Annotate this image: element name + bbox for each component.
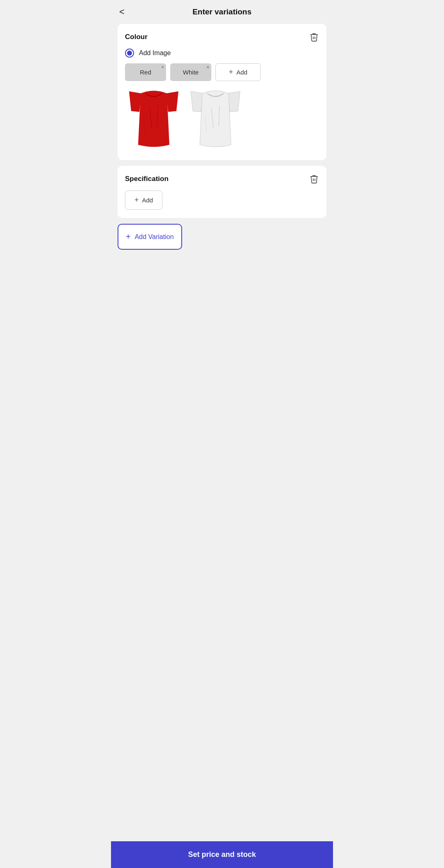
colour-chip-red[interactable]: Red × bbox=[125, 63, 166, 81]
chip-white-close[interactable]: × bbox=[207, 65, 209, 70]
colour-add-chip-button[interactable]: + Add bbox=[215, 63, 261, 81]
chip-red-close[interactable]: × bbox=[162, 65, 164, 70]
colour-card: Colour Add Image Red × White × + Add bbox=[118, 24, 326, 160]
page-title: Enter variations bbox=[192, 7, 252, 16]
add-variation-plus-icon: + bbox=[126, 232, 131, 241]
tshirt-images-row bbox=[125, 86, 319, 152]
add-chip-label: Add bbox=[236, 69, 247, 76]
add-chip-plus-icon: + bbox=[229, 68, 233, 77]
specification-card: Specification + Add bbox=[118, 166, 326, 218]
colour-card-title: Colour bbox=[125, 33, 148, 41]
svg-marker-0 bbox=[129, 91, 141, 112]
chip-white-label: White bbox=[183, 69, 199, 76]
colour-delete-icon[interactable] bbox=[309, 32, 319, 42]
spec-add-label: Add bbox=[142, 197, 153, 204]
red-tshirt-image[interactable] bbox=[125, 86, 183, 152]
svg-marker-1 bbox=[166, 91, 178, 112]
header: < Enter variations bbox=[111, 0, 333, 24]
add-variation-label: Add Variation bbox=[135, 233, 174, 241]
colour-chip-white[interactable]: White × bbox=[170, 63, 211, 81]
add-image-row[interactable]: Add Image bbox=[125, 49, 319, 58]
add-variation-button[interactable]: + Add Variation bbox=[118, 224, 182, 250]
specification-card-title: Specification bbox=[125, 175, 169, 183]
add-image-radio[interactable] bbox=[125, 49, 134, 58]
svg-marker-6 bbox=[228, 91, 240, 112]
spec-add-plus-icon: + bbox=[134, 196, 139, 204]
specification-card-header: Specification bbox=[125, 174, 319, 184]
red-tshirt-svg bbox=[127, 87, 180, 151]
back-button[interactable]: < bbox=[119, 7, 125, 16]
colour-card-header: Colour bbox=[125, 32, 319, 42]
add-image-label: Add Image bbox=[139, 49, 171, 57]
white-tshirt-image[interactable] bbox=[187, 86, 244, 152]
radio-inner bbox=[127, 51, 132, 56]
specification-delete-icon[interactable] bbox=[309, 174, 319, 184]
content-spacer bbox=[111, 255, 333, 379]
chip-red-label: Red bbox=[140, 69, 151, 76]
white-tshirt-svg bbox=[189, 87, 242, 151]
specification-add-button[interactable]: + Add bbox=[125, 190, 162, 210]
svg-marker-5 bbox=[191, 91, 203, 112]
colour-chips-row: Red × White × + Add bbox=[125, 63, 319, 81]
